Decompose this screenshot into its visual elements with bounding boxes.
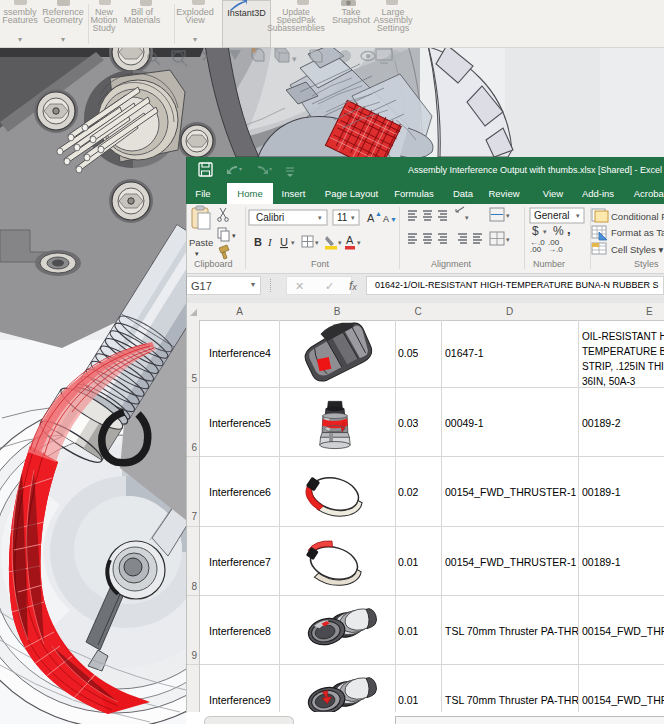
svg-text:Format as Tabl: Format as Tabl	[611, 227, 664, 238]
svg-text:U: U	[280, 236, 288, 248]
svg-text:$: $	[532, 224, 539, 238]
svg-text:Cell Styles ▾: Cell Styles ▾	[611, 244, 664, 255]
svg-text:Calibri: Calibri	[256, 212, 284, 223]
svg-text:▲: ▲	[375, 210, 382, 217]
svg-text:▾: ▾	[291, 239, 295, 246]
svg-text:A: A	[383, 214, 389, 224]
svg-text:▾: ▾	[465, 214, 469, 221]
svg-text:I: I	[267, 236, 273, 248]
svg-text:▾: ▾	[232, 232, 236, 239]
svg-text:Paste: Paste	[189, 237, 213, 248]
svg-text:General: General	[534, 210, 570, 221]
svg-text:▾: ▾	[506, 236, 510, 243]
svg-text:▾: ▾	[315, 239, 319, 246]
svg-text:▾: ▾	[506, 212, 510, 219]
svg-text:▾: ▾	[269, 166, 272, 172]
svg-text:▼: ▼	[390, 216, 397, 223]
svg-text:▾: ▾	[338, 239, 342, 246]
svg-text:.00: .00	[530, 245, 542, 254]
svg-text:A: A	[367, 212, 375, 224]
svg-text:▾: ▾	[357, 239, 361, 246]
svg-text:→.0: →.0	[548, 245, 563, 254]
svg-text:11: 11	[337, 212, 348, 223]
svg-text:▾: ▾	[543, 228, 547, 235]
svg-text:%: %	[553, 224, 564, 238]
svg-text:▾: ▾	[292, 54, 297, 64]
svg-text:▾: ▾	[195, 250, 199, 257]
svg-text:▾: ▾	[318, 214, 322, 221]
svg-text:Conditional Fo: Conditional Fo	[611, 211, 664, 222]
svg-text:▾: ▾	[351, 214, 355, 221]
svg-text:▾: ▾	[576, 212, 580, 219]
svg-text:B: B	[254, 236, 262, 248]
svg-text:▾: ▾	[239, 166, 242, 172]
svg-text:A: A	[346, 234, 354, 246]
svg-text:,: ,	[567, 222, 571, 237]
